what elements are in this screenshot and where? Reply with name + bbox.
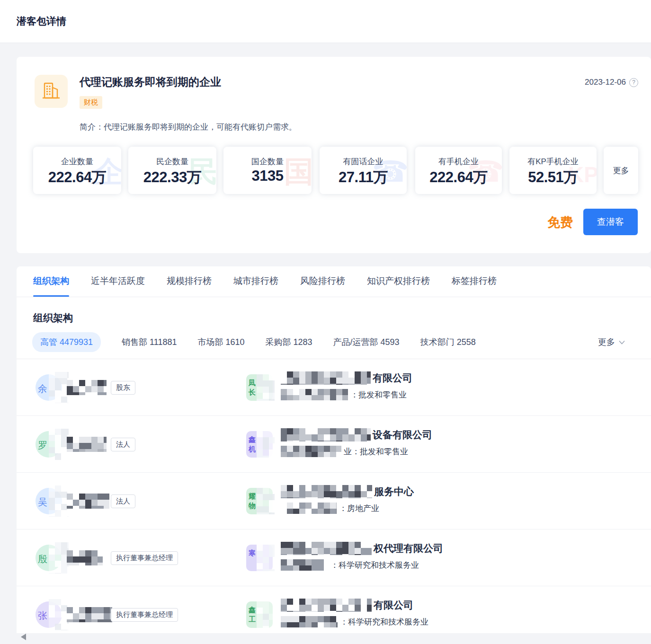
list-item[interactable]: 余 股东 凨长 有限公司 ：批发和零售业 (17, 359, 651, 416)
prospect-list: 余 股东 凨长 有限公司 ：批发和零售业 罗 法人 鑫机 设备有限公司 (17, 359, 651, 633)
avatar: 吴 (36, 488, 62, 514)
top-bar: 潜客包详情 (0, 0, 651, 43)
chevron-down-icon (619, 340, 625, 344)
company-logo-chars: 鑫工 (249, 605, 257, 624)
tab-org-structure[interactable]: 组织架构 (33, 266, 69, 297)
censor-mosaic (257, 431, 275, 458)
censor-mosaic (257, 601, 275, 628)
dept-sales[interactable]: 销售部 111881 (122, 336, 177, 348)
stats-more-button[interactable]: 更多 (604, 147, 638, 194)
avatar-initial: 殷 (38, 553, 47, 565)
collapse-arrow-icon[interactable] (21, 634, 26, 640)
censor-mosaic (257, 488, 275, 514)
censor-mosaic (281, 389, 348, 400)
company-logo-chars: 鑫机 (249, 435, 257, 454)
avatar: 罗 (36, 431, 62, 458)
censor-mosaic (67, 380, 107, 395)
censor-mosaic (67, 607, 112, 622)
company-logo: 耀物 (246, 488, 273, 514)
tab-activity[interactable]: 近半年活跃度 (91, 266, 145, 297)
company-logo: 凨长 (246, 374, 273, 401)
role-tag: 法人 (111, 494, 135, 508)
stat-card-landline-count: ☎ 有固话企业 27.11万 (320, 147, 407, 194)
tab-bar: 组织架构 近半年活跃度 规模排行榜 城市排行榜 风险排行榜 知识产权排行榜 标签… (17, 266, 651, 297)
company-logo: 鑫工 (246, 601, 273, 628)
censor-mosaic (49, 599, 69, 630)
package-icon-box (35, 75, 68, 108)
censor-mosaic (49, 372, 69, 403)
dept-executives[interactable]: 高管 4479931 (32, 332, 101, 352)
tab-city-rank[interactable]: 城市排行榜 (233, 266, 278, 297)
censor-mosaic (257, 545, 275, 571)
censor-mosaic (257, 374, 275, 401)
industry: ：科学研究和技术服务业 (330, 560, 419, 571)
list-item[interactable]: 罗 法人 鑫机 设备有限公司 业：批发和零售业 (17, 416, 651, 473)
free-price-label: 免费 (547, 214, 573, 231)
role-tag: 股东 (111, 381, 135, 395)
dept-marketing[interactable]: 市场部 1610 (197, 336, 244, 348)
industry: ：房地产业 (339, 503, 379, 514)
censor-mosaic (49, 429, 69, 460)
check-prospects-button[interactable]: 查潜客 (583, 209, 638, 235)
org-section-title: 组织架构 (33, 311, 73, 325)
stat-card-private-count: 民 民企数量 222.33万 (128, 147, 216, 194)
role-tag: 法人 (111, 438, 135, 451)
avatar: 余 (36, 374, 62, 401)
stat-card-kp-mobile-count: KP 有KP手机企业 52.51万 (509, 147, 597, 194)
avatar-initial: 余 (38, 382, 47, 395)
package-category-tag: 财税 (80, 96, 102, 109)
stat-card-mobile-count: ☎ 有手机企业 222.64万 (415, 147, 502, 194)
tab-ip-rank[interactable]: 知识产权排行榜 (367, 266, 430, 297)
list-item[interactable]: 吴 法人 耀物 服务中心 ：房地产业 (17, 473, 651, 529)
departments-more-button[interactable]: 更多 (598, 336, 625, 348)
dept-product-ops[interactable]: 产品/运营部 4593 (333, 336, 400, 348)
company-logo-chars: 耀物 (249, 492, 257, 511)
package-title: 代理记账服务即将到期的企业 (80, 75, 221, 89)
department-filter-row: 高管 4479931 销售部 111881 市场部 1610 采购部 1283 … (32, 332, 651, 353)
package-intro: 简介：代理记账服务即将到期的企业，可能有代账切户需求。 (80, 122, 297, 132)
role-tag: 执行董事兼总经理 (111, 608, 178, 622)
avatar-initial: 罗 (38, 439, 47, 452)
avatar-initial: 吴 (38, 496, 47, 509)
tab-label-rank[interactable]: 标签排行榜 (452, 266, 497, 297)
avatar-initial: 张 (38, 609, 47, 622)
censor-mosaic (67, 437, 107, 452)
detail-card: 组织架构 近半年活跃度 规模排行榜 城市排行榜 风险排行榜 知识产权排行榜 标签… (17, 266, 651, 633)
company-name-suffix: 有限公司 (374, 599, 413, 612)
list-item[interactable]: 张 执行董事兼总经理 鑫工 有限公司 ：科学研究和技术服务业 (17, 586, 651, 633)
stat-card-state-owned-count: 国 国企数量 3135 (223, 147, 312, 194)
page-title: 潜客包详情 (17, 15, 66, 28)
industry: 业：批发和零售业 (344, 446, 408, 457)
industry: ：科学研究和技术服务业 (340, 617, 428, 627)
censor-mosaic (281, 542, 372, 555)
company-name-suffix: 权代理有限公司 (374, 542, 443, 555)
tab-risk-rank[interactable]: 风险排行榜 (300, 266, 345, 297)
censor-mosaic (67, 550, 103, 565)
avatar: 殷 (36, 545, 62, 571)
company-name-suffix: 有限公司 (373, 371, 412, 385)
avatar: 张 (36, 601, 62, 628)
censor-mosaic (281, 371, 371, 385)
list-item[interactable]: 殷 执行董事兼总经理 寒 权代理有限公司 ：科学研究和技术服务业 (17, 529, 651, 586)
package-date: 2023-12-06 (585, 78, 626, 87)
tab-scale-rank[interactable]: 规模排行榜 (167, 266, 212, 297)
censor-mosaic (281, 428, 371, 441)
company-logo: 鑫机 (246, 431, 273, 458)
censor-mosaic (49, 542, 69, 573)
censor-mosaic (49, 485, 69, 517)
industry: ：批发和零售业 (350, 389, 407, 400)
dept-purchasing[interactable]: 采购部 1283 (266, 336, 312, 348)
censor-mosaic (67, 494, 109, 509)
package-card: 代理记账服务即将到期的企业 财税 2023-12-06 ? 简介：代理记账服务即… (17, 57, 651, 253)
company-logo-chars: 寒 (249, 548, 257, 558)
company-name-suffix: 服务中心 (374, 485, 414, 498)
company-name-suffix: 设备有限公司 (373, 428, 432, 441)
role-tag: 执行董事兼总经理 (111, 551, 178, 565)
help-icon[interactable]: ? (629, 78, 638, 87)
company-logo-chars: 凨长 (249, 378, 257, 397)
censor-mosaic (281, 446, 341, 457)
company-logo: 寒 (246, 545, 273, 571)
censor-mosaic (281, 485, 372, 498)
censor-mosaic (281, 503, 337, 514)
dept-tech[interactable]: 技术部门 2558 (420, 336, 476, 348)
